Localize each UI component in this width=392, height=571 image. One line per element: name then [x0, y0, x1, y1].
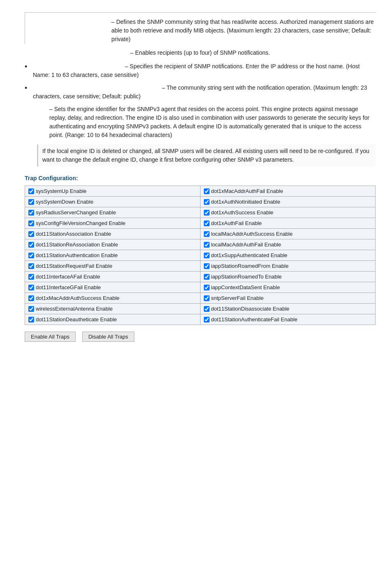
trap-left-checkbox-5[interactable]	[28, 242, 34, 248]
trap-left-checkbox-6[interactable]	[28, 253, 34, 258]
button-row: Enable All Traps Disable All Traps	[25, 332, 376, 342]
trap-right-checkbox-12[interactable]	[204, 317, 210, 323]
bullet-dot-1: •	[25, 62, 33, 79]
trap-left-checkbox-3[interactable]	[28, 221, 34, 226]
trap-right-checkbox-6[interactable]	[204, 253, 210, 258]
trap-left-checkbox-1[interactable]	[28, 199, 34, 205]
trap-right-label-2[interactable]: dot1xAuthSuccess Enable	[204, 209, 372, 216]
trap-left-checkbox-9[interactable]	[28, 285, 34, 290]
trap-right-label-0[interactable]: dot1xMacAddrAuthFail Enable	[204, 188, 372, 194]
trap-right-label-7[interactable]: iappStationRoamedFrom Enable	[204, 263, 372, 269]
trap-config-table: sysSystemUp Enabledot1xMacAddrAuthFail E…	[25, 186, 376, 325]
trap-right-label-5[interactable]: localMacAddrAuthFail Enable	[204, 241, 372, 248]
trap-right-checkbox-4[interactable]	[204, 231, 210, 237]
bullet-dot-2: •	[25, 84, 33, 101]
trap-left-label-12[interactable]: dot11StationDeautheticate Enable	[28, 316, 197, 323]
trap-right-label-11[interactable]: dot11StationDisassociate Enable	[204, 306, 372, 312]
trap-left-checkbox-8[interactable]	[28, 274, 34, 280]
trap-right-checkbox-3[interactable]	[204, 221, 210, 226]
trap-left-label-1[interactable]: sysSystemDown Enable	[28, 199, 197, 205]
trap-right-label-9[interactable]: iappContextDataSent Enable	[204, 284, 372, 290]
engine-id-block: – Sets the engine identifier for the SNM…	[25, 105, 376, 139]
trap-right-checkbox-8[interactable]	[204, 274, 210, 280]
enable-all-traps-button[interactable]: Enable All Traps	[25, 332, 76, 342]
trap-left-checkbox-7[interactable]	[28, 263, 34, 269]
trap-right-checkbox-5[interactable]	[204, 242, 210, 248]
bullet-2-row: • – The community string sent with the n…	[25, 84, 376, 101]
trap-left-label-6[interactable]: dot11StationAuthentication Enable	[28, 252, 197, 258]
trap-right-checkbox-11[interactable]	[204, 306, 210, 312]
trap-left-checkbox-2[interactable]	[28, 210, 34, 216]
trap-right-label-12[interactable]: dot11StationAuthenticateFail Enable	[204, 316, 372, 323]
trap-left-checkbox-10[interactable]	[28, 295, 34, 301]
trap-left-label-4[interactable]: dot11StationAssociation Enable	[28, 231, 197, 237]
bullet-1-row: • – Specifies the recipient of SNMP noti…	[25, 62, 376, 79]
trap-left-label-0[interactable]: sysSystemUp Enable	[28, 188, 197, 194]
trap-left-label-10[interactable]: dot1xMacAddrAuthSuccess Enable	[28, 295, 197, 301]
trap-right-checkbox-9[interactable]	[204, 285, 210, 290]
trap-config-heading: Trap Configuration:	[25, 175, 376, 181]
trap-right-label-6[interactable]: dot1xSuppAuthenticated Enable	[204, 252, 372, 258]
trap-right-label-3[interactable]: dot1xAuthFail Enable	[204, 220, 372, 226]
trap-left-checkbox-4[interactable]	[28, 231, 34, 237]
trap-left-checkbox-11[interactable]	[28, 306, 34, 312]
trap-right-checkbox-1[interactable]	[204, 199, 210, 205]
trap-right-checkbox-10[interactable]	[204, 295, 210, 301]
disable-all-traps-button[interactable]: Disable All Traps	[82, 332, 134, 342]
trap-right-label-4[interactable]: localMacAddrAuthSuccess Enable	[204, 231, 372, 237]
trap-right-label-8[interactable]: iappStationRoamedTo Enable	[204, 274, 372, 280]
description-block-1: – Defines the SNMP community string that…	[25, 12, 376, 44]
bullet-2-text: – The community string sent with the not…	[33, 84, 376, 101]
trap-left-label-8[interactable]: dot11InterfaceAFail Enable	[28, 274, 197, 280]
trap-left-checkbox-12[interactable]	[28, 317, 34, 323]
bullet-1-text: – Specifies the recipient of SNMP notifi…	[33, 62, 376, 79]
snmp-community-text: – Defines the SNMP community string that…	[29, 18, 376, 44]
trap-config-section: Trap Configuration: sysSystemUp Enabledo…	[25, 175, 376, 342]
trap-right-checkbox-7[interactable]	[204, 263, 210, 269]
trap-left-label-2[interactable]: sysRadiusServerChanged Enable	[28, 209, 197, 216]
trap-left-label-11[interactable]: wirelessExternalAntenna Enable	[28, 306, 197, 312]
trap-left-label-5[interactable]: dot11StationReAssociation Enable	[28, 241, 197, 248]
trap-left-checkbox-0[interactable]	[28, 188, 34, 194]
trap-right-label-1[interactable]: dot1xAuthNotInitiated Enable	[204, 199, 372, 205]
trap-right-checkbox-0[interactable]	[204, 188, 210, 194]
snmp-notifications-text: – Enables recipients (up to four) of SNM…	[25, 49, 376, 57]
trap-left-label-7[interactable]: dot11StationRequestFail Enable	[28, 263, 197, 269]
trap-left-label-9[interactable]: dot11InterfaceGFail Enable	[28, 284, 197, 290]
trap-right-checkbox-2[interactable]	[204, 210, 210, 216]
note-block: If the local engine ID is deleted or cha…	[37, 144, 376, 167]
description-block-2: – Enables recipients (up to four) of SNM…	[25, 49, 376, 57]
trap-right-label-10[interactable]: sntpServerFail Enable	[204, 295, 372, 301]
trap-left-label-3[interactable]: sysConfigFileVersionChanged Enable	[28, 220, 197, 226]
